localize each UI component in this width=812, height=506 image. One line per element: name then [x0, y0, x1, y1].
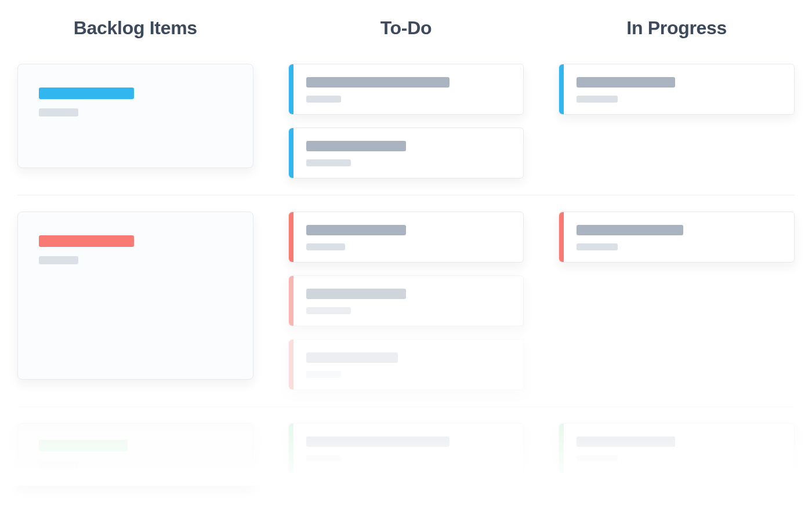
- card-subtitle-placeholder: [306, 243, 345, 250]
- card-title-placeholder: [577, 225, 683, 235]
- swimlane-blue: [17, 64, 795, 179]
- card-subtitle-placeholder: [306, 455, 341, 462]
- card-accent-green: [289, 424, 293, 474]
- lane-divider: [17, 195, 795, 195]
- card-accent-blue: [289, 128, 293, 178]
- card-title-placeholder: [306, 77, 449, 88]
- inprogress-card[interactable]: [559, 423, 795, 474]
- card-subtitle-placeholder: [577, 96, 618, 103]
- card-title-placeholder: [306, 141, 407, 151]
- inprogress-lane-3: [559, 423, 795, 486]
- todo-card[interactable]: [288, 275, 524, 326]
- card-title-placeholder: [577, 77, 675, 88]
- backlog-card[interactable]: [17, 423, 253, 486]
- inprogress-card[interactable]: [559, 64, 795, 115]
- card-title-placeholder: [306, 352, 398, 363]
- todo-card[interactable]: [288, 212, 524, 263]
- todo-card[interactable]: [288, 64, 524, 115]
- backlog-card[interactable]: [17, 212, 253, 380]
- inprogress-card[interactable]: [559, 212, 795, 263]
- card-accent-red: [559, 212, 564, 262]
- card-accent-red: [289, 340, 293, 389]
- card-title-placeholder: [39, 88, 134, 99]
- card-subtitle-placeholder: [306, 307, 351, 314]
- card-accent-red: [289, 276, 293, 326]
- card-subtitle-placeholder: [306, 96, 341, 103]
- todo-lane-2: [288, 212, 524, 390]
- card-accent-green: [559, 424, 564, 474]
- backlog-lane-3: [17, 423, 253, 486]
- todo-card[interactable]: [288, 339, 524, 390]
- swimlane-red: [17, 212, 795, 390]
- card-subtitle-placeholder: [577, 455, 618, 462]
- card-subtitle-placeholder: [306, 159, 351, 166]
- todo-lane-1: [288, 64, 524, 179]
- backlog-lane-2: [17, 212, 253, 390]
- todo-column-title: To-Do: [288, 17, 524, 39]
- swimlane-green: [17, 423, 795, 486]
- card-title-placeholder: [39, 235, 134, 247]
- card-accent-blue: [559, 64, 564, 114]
- inprogress-lane-1: [559, 64, 795, 179]
- card-accent-red: [289, 212, 293, 262]
- inprogress-lane-2: [559, 212, 795, 390]
- card-subtitle-placeholder: [39, 461, 78, 469]
- todo-card[interactable]: [288, 423, 524, 474]
- lane-divider: [17, 406, 795, 407]
- card-subtitle-placeholder: [39, 256, 78, 264]
- card-title-placeholder: [306, 225, 407, 235]
- card-subtitle-placeholder: [39, 108, 78, 117]
- todo-lane-3: [288, 423, 524, 486]
- card-title-placeholder: [39, 440, 128, 452]
- backlog-column-title: Backlog Items: [17, 17, 253, 39]
- backlog-card[interactable]: [17, 64, 253, 168]
- backlog-lane-1: [17, 64, 253, 179]
- card-accent-blue: [289, 64, 293, 114]
- card-subtitle-placeholder: [577, 243, 618, 250]
- todo-card[interactable]: [288, 128, 524, 179]
- card-title-placeholder: [577, 436, 675, 447]
- card-subtitle-placeholder: [306, 371, 341, 378]
- card-title-placeholder: [306, 289, 407, 299]
- inprogress-column-title: In Progress: [559, 17, 795, 39]
- card-title-placeholder: [306, 436, 449, 447]
